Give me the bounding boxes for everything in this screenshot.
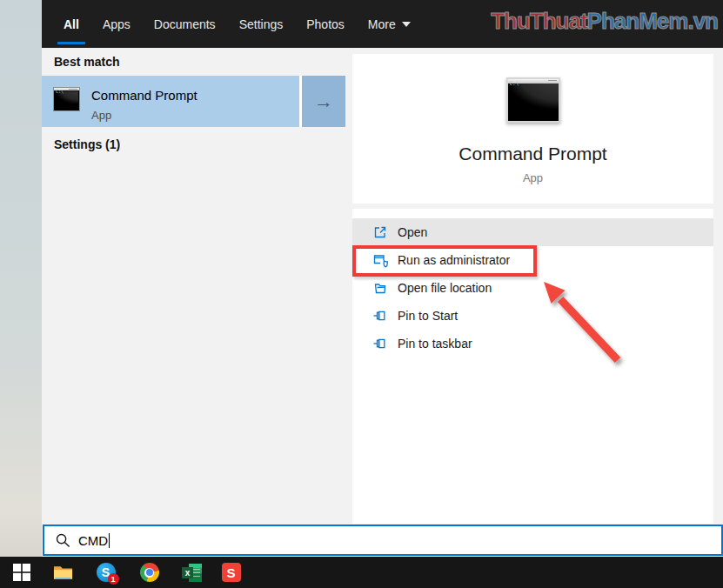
tab-documents[interactable]: Documents <box>154 0 216 48</box>
tab-photos[interactable]: Photos <box>306 0 345 48</box>
command-prompt-large-icon: C:\ <box>506 77 560 123</box>
search-filter-tabbar: All Apps Documents Settings Photos More … <box>42 0 723 48</box>
chrome-button[interactable] <box>139 563 159 582</box>
action-pin-to-taskbar-label: Pin to taskbar <box>398 337 472 351</box>
tab-more-label: More <box>368 17 396 31</box>
action-pin-to-taskbar[interactable]: Pin to taskbar <box>352 330 713 357</box>
desktop-wallpaper-strip <box>0 0 42 557</box>
open-icon <box>372 224 388 240</box>
action-open[interactable]: Open <box>352 218 713 246</box>
action-pin-to-start-label: Pin to Start <box>398 309 458 323</box>
best-match-result-row: C:\ Command Prompt App → <box>42 76 345 127</box>
expand-result-button[interactable]: → <box>302 76 345 127</box>
app-title: Command Prompt <box>352 144 713 164</box>
start-button[interactable] <box>11 563 31 582</box>
chrome-icon <box>140 563 159 582</box>
file-explorer-button[interactable] <box>53 563 73 582</box>
pin-icon <box>372 336 388 351</box>
chevron-down-icon <box>402 22 411 27</box>
right-arrow-icon: → <box>314 90 333 113</box>
windows-logo-icon <box>13 564 30 581</box>
skype-button[interactable]: S 1 <box>96 563 116 582</box>
command-prompt-icon: C:\ <box>53 87 80 111</box>
search-icon <box>56 533 70 548</box>
watermark: ThuThuatPhanMem.vn <box>491 8 718 35</box>
action-run-as-administrator[interactable]: Run as administrator <box>352 246 713 274</box>
app-subtitle: App <box>352 171 713 184</box>
shield-window-icon <box>372 252 388 268</box>
pin-icon <box>372 308 388 324</box>
action-open-file-location[interactable]: Open file location <box>352 274 713 302</box>
search-query-text: CMD <box>78 533 108 548</box>
app-preview-card: C:\ Command Prompt App <box>352 54 713 204</box>
watermark-part3: .vn <box>687 8 718 34</box>
s-app-icon: S <box>222 563 241 582</box>
best-match-title: Command Prompt <box>91 88 197 103</box>
tab-more[interactable]: More <box>368 0 411 48</box>
windows-search-screen: All Apps Documents Settings Photos More … <box>0 0 723 588</box>
skype-icon: S 1 <box>97 563 116 582</box>
action-open-label: Open <box>398 225 427 239</box>
s-app-button[interactable]: S <box>221 563 241 582</box>
best-match-result[interactable]: C:\ Command Prompt App <box>42 76 299 127</box>
folder-icon <box>53 564 73 581</box>
search-input[interactable]: CMD <box>43 525 723 556</box>
excel-icon: x <box>182 564 202 582</box>
tab-settings[interactable]: Settings <box>239 0 284 48</box>
watermark-part2: PhanMem <box>587 8 688 34</box>
folder-icon <box>372 280 388 296</box>
excel-button[interactable]: x <box>182 563 202 582</box>
watermark-part1: ThuThuat <box>491 8 586 34</box>
tab-apps[interactable]: Apps <box>103 0 131 48</box>
notification-badge: 1 <box>108 573 119 585</box>
best-match-subtitle: App <box>91 109 111 122</box>
text-caret <box>109 533 110 548</box>
search-results-panel: Best match C:\ Command Prompt App → Sett… <box>42 48 723 557</box>
settings-section-header: Settings (1) <box>54 137 120 151</box>
best-match-header: Best match <box>54 55 119 69</box>
taskbar: S 1 x S <box>0 557 723 588</box>
action-open-file-location-label: Open file location <box>398 281 492 295</box>
tab-all[interactable]: All <box>64 0 79 48</box>
action-pin-to-start[interactable]: Pin to Start <box>352 302 713 330</box>
action-run-as-administrator-label: Run as administrator <box>398 253 510 267</box>
app-actions-card: Open Run as administrator Open file loca… <box>352 209 713 524</box>
